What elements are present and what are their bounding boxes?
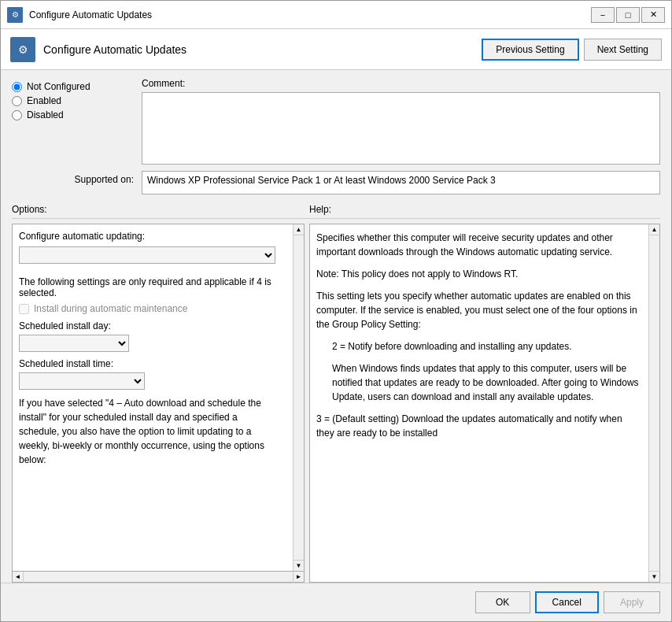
- help-section-label: Help:: [309, 204, 660, 215]
- section-headers: Options: Help:: [12, 204, 660, 219]
- window: ⚙ Configure Automatic Updates − □ ✕ ⚙ Co…: [0, 0, 672, 622]
- title-bar: ⚙ Configure Automatic Updates − □ ✕: [1, 1, 671, 29]
- help-p2: Note: This policy does not apply to Wind…: [316, 267, 642, 281]
- install-day-label: Scheduled install day:: [19, 320, 275, 331]
- install-time-label: Scheduled install time:: [19, 358, 275, 369]
- options-panel[interactable]: Configure automatic updating: The follow…: [13, 224, 293, 571]
- radio-enabled[interactable]: Enabled: [12, 95, 134, 106]
- help-panel-container: Specifies whether this computer will rec…: [309, 224, 660, 583]
- supported-row: Supported on: Windows XP Professional Se…: [12, 171, 660, 194]
- help-p4: 2 = Notify before downloading and instal…: [316, 339, 642, 354]
- options-sub-text: The following settings are only required…: [19, 276, 275, 298]
- comment-label: Comment:: [142, 78, 660, 89]
- options-content: Configure automatic updating: The follow…: [19, 231, 286, 467]
- hscroll-left[interactable]: ◄: [13, 572, 24, 583]
- radio-section: Not Configured Enabled Disabled: [12, 78, 134, 165]
- cancel-button[interactable]: Cancel: [535, 591, 599, 613]
- install-day-dropdown[interactable]: [19, 335, 129, 352]
- options-section-label: Options:: [12, 204, 309, 215]
- options-hscrollbar: ◄ ►: [12, 572, 305, 583]
- options-checkbox-row: Install during automatic maintenance: [19, 303, 275, 314]
- help-scroll-track: [649, 235, 659, 571]
- close-button[interactable]: ✕: [641, 7, 665, 23]
- help-p5: When Windows finds updates that apply to…: [316, 361, 642, 404]
- radio-disabled[interactable]: Disabled: [12, 109, 134, 120]
- previous-setting-button[interactable]: Previous Setting: [482, 39, 578, 61]
- header-icon: ⚙: [10, 37, 35, 62]
- radio-not-configured[interactable]: Not Configured: [12, 81, 134, 92]
- help-scrollbar-v: ▲ ▼: [648, 224, 659, 582]
- next-setting-button[interactable]: Next Setting: [584, 39, 662, 61]
- options-scroll-track: [294, 235, 304, 560]
- hscroll-right[interactable]: ►: [293, 572, 304, 583]
- footer: OK Cancel Apply: [1, 583, 671, 621]
- comment-textarea[interactable]: [142, 92, 660, 165]
- ok-button[interactable]: OK: [475, 591, 530, 613]
- supported-value: Windows XP Professional Service Pack 1 o…: [142, 171, 660, 194]
- options-scroll-up[interactable]: ▲: [294, 224, 305, 235]
- help-scroll-down[interactable]: ▼: [649, 571, 660, 582]
- maintenance-checkbox[interactable]: [19, 304, 29, 314]
- help-scroll-up[interactable]: ▲: [649, 224, 660, 235]
- maintenance-label: Install during automatic maintenance: [34, 303, 187, 314]
- options-configure-dropdown[interactable]: [19, 246, 275, 264]
- main-content: Not Configured Enabled Disabled Comment:…: [1, 70, 671, 583]
- options-panel-container: Configure automatic updating: The follow…: [12, 224, 305, 572]
- panels-row: Configure automatic updating: The follow…: [12, 224, 660, 583]
- options-title: Configure automatic updating:: [19, 231, 275, 242]
- header-bar: ⚙ Configure Automatic Updates Previous S…: [1, 29, 671, 70]
- options-scrollbar-v: ▲ ▼: [293, 224, 304, 571]
- window-title: Configure Automatic Updates: [29, 9, 591, 20]
- help-panel: Specifies whether this computer will rec…: [310, 224, 648, 582]
- help-p6: 3 = (Default setting) Download the updat…: [316, 412, 642, 440]
- radio-comment-row: Not Configured Enabled Disabled Comment:: [12, 78, 660, 165]
- header-buttons: Previous Setting Next Setting: [482, 39, 662, 61]
- title-bar-buttons: − □ ✕: [591, 7, 665, 23]
- comment-section: Comment:: [142, 78, 660, 165]
- options-footer-text: If you have selected "4 – Auto download …: [19, 396, 275, 467]
- help-p3: This setting lets you specify whether au…: [316, 289, 642, 331]
- maximize-button[interactable]: □: [616, 7, 640, 23]
- apply-button[interactable]: Apply: [604, 591, 660, 613]
- minimize-button[interactable]: −: [591, 7, 615, 23]
- options-panel-wrapper: Configure automatic updating: The follow…: [12, 224, 305, 583]
- options-scroll-down[interactable]: ▼: [294, 560, 305, 571]
- supported-label: Supported on:: [12, 171, 134, 185]
- install-time-dropdown[interactable]: [19, 372, 145, 390]
- window-icon: ⚙: [7, 7, 23, 23]
- help-p1: Specifies whether this computer will rec…: [316, 231, 642, 259]
- header-title: Configure Automatic Updates: [43, 43, 482, 56]
